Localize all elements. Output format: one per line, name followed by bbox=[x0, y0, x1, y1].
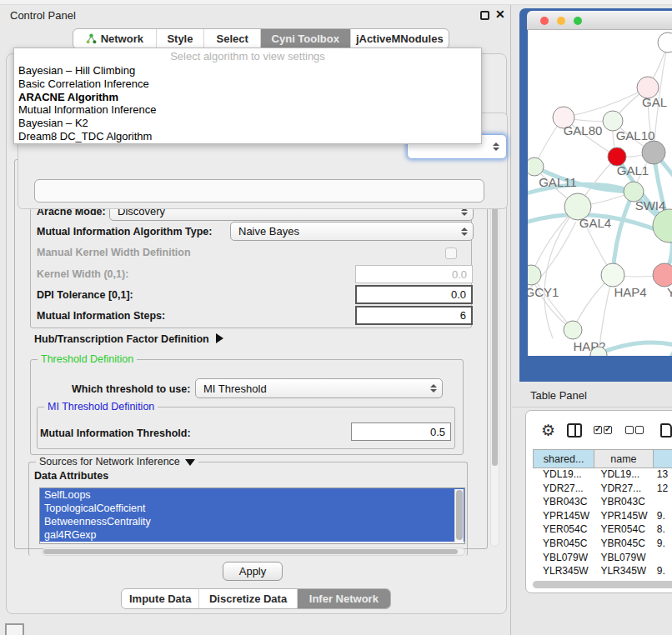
node-label-gcy1: GCY1 bbox=[528, 285, 559, 299]
network-edge-thick[interactable] bbox=[613, 192, 634, 275]
node-label-swi4: SWI4 bbox=[635, 198, 666, 212]
select-all-checkboxes-icon[interactable] bbox=[594, 422, 614, 438]
export-table-icon[interactable] bbox=[660, 423, 672, 438]
network-canvas[interactable]: GALGAL80GAL10GAL1GAL11GAL4SWI4GCY1HAP4YH… bbox=[528, 30, 672, 356]
spinner-arrows-icon bbox=[493, 142, 499, 151]
deselect-checkboxes-icon[interactable] bbox=[625, 422, 645, 438]
attribute-item-selfloops[interactable]: SelfLoops bbox=[40, 488, 464, 502]
table-row[interactable]: YPR145WYPR145W9. bbox=[533, 510, 672, 524]
dpi-tolerance-label: DPI Tolerance [0,1]: bbox=[37, 289, 133, 301]
algorithm-option-aracne-algorithm[interactable]: ARACNE Algorithm bbox=[14, 91, 481, 104]
mi-steps-input[interactable]: 6 bbox=[355, 306, 473, 325]
control-panel-header: Control Panel ✕ bbox=[0, 7, 511, 25]
hub-definition-disclosure[interactable]: Hub/Transcription Factor Definition bbox=[34, 333, 223, 345]
manual-kernel-width-checkbox[interactable] bbox=[445, 248, 457, 259]
node-label-gal1: GAL1 bbox=[617, 163, 649, 178]
network-icon bbox=[86, 33, 97, 44]
data-attributes-label: Data Attributes bbox=[34, 470, 108, 482]
column-header-name[interactable]: name bbox=[594, 449, 652, 468]
tab-network[interactable]: Network bbox=[73, 29, 157, 48]
top-divider bbox=[0, 0, 672, 5]
table-row[interactable]: YBR043CYBR043C bbox=[533, 496, 672, 510]
mi-algorithm-type-label: Mutual Information Algorithm Type: bbox=[37, 226, 212, 238]
kernel-width-input[interactable]: 0.0 bbox=[355, 265, 473, 283]
node-label-gal11: GAL11 bbox=[539, 175, 577, 189]
tab-infer-network[interactable]: Infer Network bbox=[298, 589, 390, 608]
network-view-window[interactable]: GALGAL80GAL10GAL1GAL11GAL4SWI4GCY1HAP4YH… bbox=[519, 8, 672, 382]
mac-close-button[interactable] bbox=[540, 17, 549, 25]
node-label-hap4: HAP4 bbox=[614, 285, 646, 299]
network-node-hap2[interactable] bbox=[564, 321, 582, 339]
sources-title[interactable]: Sources for Network Inference bbox=[36, 456, 198, 468]
network-window-titlebar[interactable] bbox=[527, 11, 672, 30]
float-panel-icon[interactable] bbox=[480, 11, 489, 20]
network-node-gal11[interactable] bbox=[528, 158, 544, 176]
column-header-clipped[interactable] bbox=[653, 449, 672, 468]
mac-zoom-button[interactable] bbox=[574, 17, 582, 25]
disclosure-down-icon bbox=[185, 459, 195, 466]
table-row[interactable]: YDR27...YDR27...12 bbox=[533, 482, 672, 497]
table-horizontal-scrollbar[interactable] bbox=[533, 581, 672, 588]
tab-jactivemnodules[interactable]: jActiveMNodules bbox=[351, 29, 449, 48]
dpi-tolerance-input[interactable]: 0.0 bbox=[355, 285, 473, 304]
network-node[interactable] bbox=[642, 141, 665, 164]
node-label-y: Y bbox=[667, 285, 672, 299]
network-node-hap4[interactable] bbox=[601, 263, 624, 287]
network-edge[interactable] bbox=[564, 88, 648, 118]
network-edge[interactable] bbox=[544, 207, 578, 338]
tab-cyni-toolbox[interactable]: Cyni Toolbox bbox=[261, 29, 351, 48]
algorithm-option-mutual-information-inference[interactable]: Mutual Information Inference bbox=[14, 103, 481, 117]
network-graph[interactable]: GALGAL80GAL10GAL1GAL11GAL4SWI4GCY1HAP4YH… bbox=[528, 30, 672, 356]
attribute-item-topologicalcoefficient[interactable]: TopologicalCoefficient bbox=[40, 502, 464, 515]
mi-threshold-label: Mutual Information Threshold: bbox=[40, 428, 191, 439]
disclosure-right-icon bbox=[216, 333, 223, 343]
mi-algorithm-type-select[interactable]: Naive Bayes bbox=[230, 222, 474, 241]
attribute-item-gal4rgexp[interactable]: gal4RGexp bbox=[40, 528, 464, 542]
application-window: Control Panel ✕ NetworkStyleSelectCyni T… bbox=[0, 0, 672, 635]
network-node-gcy1[interactable] bbox=[528, 265, 541, 285]
table-row[interactable]: YBL079WYBL079W bbox=[533, 552, 672, 566]
column-header-shared...[interactable]: shared... bbox=[533, 449, 594, 468]
data-attributes-list[interactable]: SelfLoopsTopologicalCoefficientBetweenne… bbox=[39, 488, 465, 544]
table-row[interactable]: YDL19...YDL19...13 bbox=[533, 468, 672, 482]
algorithm-option-bayesian-k2[interactable]: Bayesian – K2 bbox=[14, 117, 481, 130]
attributes-horizontal-scrollbar[interactable] bbox=[42, 548, 465, 556]
table-panel-header: Table Panel bbox=[512, 384, 672, 408]
gear-icon[interactable]: ⚙ bbox=[541, 422, 555, 438]
cyni-mode-tabbar: Impute DataDiscretize DataInfer Network bbox=[121, 588, 391, 609]
mi-steps-label: Mutual Information Steps: bbox=[37, 310, 165, 322]
tab-discretize-data[interactable]: Discretize Data bbox=[199, 589, 297, 608]
which-threshold-label: Which threshold to use: bbox=[72, 383, 190, 395]
attribute-item-betweennesscentrality[interactable]: BetweennessCentrality bbox=[40, 515, 464, 528]
table-panel-title: Table Panel bbox=[530, 389, 587, 402]
table-data-combobox[interactable] bbox=[34, 179, 484, 202]
tab-select[interactable]: Select bbox=[204, 29, 261, 48]
table-row[interactable]: YBR045CYBR045C9. bbox=[533, 538, 672, 552]
tab-style[interactable]: Style bbox=[157, 29, 205, 48]
control-panel: Control Panel ✕ NetworkStyleSelectCyni T… bbox=[0, 0, 511, 635]
tab-impute-data[interactable]: Impute Data bbox=[122, 589, 199, 608]
close-panel-icon[interactable]: ✕ bbox=[495, 8, 505, 21]
node-label-gal: GAL bbox=[642, 95, 667, 109]
table-toolbar: ⚙ bbox=[526, 418, 672, 442]
table-row[interactable]: YER054CYER054C8. bbox=[533, 523, 672, 538]
network-node[interactable] bbox=[658, 32, 672, 52]
attributes-vertical-scrollbar[interactable] bbox=[454, 489, 464, 542]
algorithm-option-basic-correlation-inference[interactable]: Basic Correlation Inference bbox=[14, 78, 481, 91]
settings-vertical-scrollbar[interactable] bbox=[490, 160, 499, 547]
columns-icon[interactable] bbox=[567, 423, 582, 438]
panel-title: Control Panel bbox=[10, 9, 76, 22]
node-label-gal4: GAL4 bbox=[579, 216, 611, 230]
mi-threshold-input[interactable]: 0.5 bbox=[351, 422, 451, 441]
algorithm-option-dream8-dc-tdc-algorithm[interactable]: Dream8 DC_TDC Algorithm bbox=[14, 130, 481, 143]
apply-button[interactable]: Apply bbox=[223, 562, 283, 581]
dock-grip-icon[interactable] bbox=[5, 623, 24, 635]
algorithm-option-bayesian-hill-climbing[interactable]: Bayesian – Hill Climbing bbox=[14, 64, 481, 78]
network-node-y[interactable] bbox=[653, 263, 672, 287]
which-threshold-select[interactable]: MI Threshold bbox=[195, 378, 443, 398]
mac-minimize-button[interactable] bbox=[557, 17, 565, 25]
threshold-definition-title: Threshold Definition bbox=[38, 353, 137, 365]
table-panel: ⚙ shared...name YDL19...YDL19...13YDR27.… bbox=[525, 410, 672, 593]
dropdown-placeholder: Select algorithm to view settings bbox=[14, 48, 481, 64]
table-row[interactable]: YLR345WYLR345W9. bbox=[533, 565, 672, 579]
